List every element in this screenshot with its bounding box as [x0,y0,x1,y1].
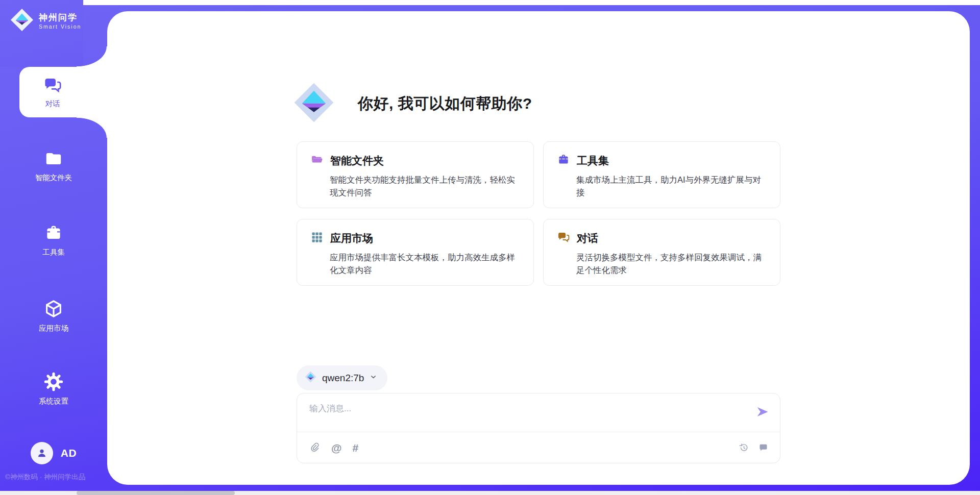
copyright-text: ©神州数码 · 神州问学出品 [5,473,85,482]
grid-icon [310,231,324,246]
user-initials: AD [61,447,77,459]
user-profile[interactable]: AD [0,442,107,464]
sidebar-item-label: 系统设置 [39,397,68,406]
sidebar-item-settings[interactable]: 系统设置 [0,372,107,406]
assistant-logo-icon [293,82,334,125]
sidebar-item-smart-folder[interactable]: 智能文件夹 [0,149,107,183]
paperclip-icon[interactable] [309,442,321,453]
chat-icon [557,231,570,246]
card-description: 灵活切换多模型文件，支持多样回复效果调试，满足个性化需求 [576,251,767,277]
briefcase-icon [557,153,570,168]
feature-cards: 智能文件夹 智能文件夹功能支持批量文件上传与清洗，轻松实现文件问答 工具集 集 [297,141,780,286]
card-title: 对话 [577,231,598,245]
card-description: 集成市场上主流工具，助力AI与外界无缝扩展与对接 [576,174,767,199]
card-chat[interactable]: 对话 灵活切换多模型文件，支持多样回复效果调试，满足个性化需求 [543,219,780,286]
folder-open-icon [310,153,324,168]
greeting-title: 你好, 我可以如何帮助你? [358,93,532,114]
mention-icon[interactable]: @ [331,442,341,453]
sidebar-item-app-market[interactable]: 应用市场 [0,299,107,333]
brand-logo-icon [10,8,34,34]
sidebar-item-label: 智能文件夹 [35,173,72,183]
feedback-bubble-icon[interactable] [758,442,769,453]
chat-icon [43,76,62,95]
card-app-market[interactable]: 应用市场 应用市场提供丰富长文本模板，助力高效生成多样化文章内容 [297,219,534,286]
message-input[interactable] [297,393,780,430]
sidebar-item-label: 工具集 [42,247,65,257]
scrollbar-thumb[interactable] [77,491,235,495]
brand-block: 神州问学 Smart Vision [0,0,83,67]
folder-icon [44,149,63,168]
sidebar-item-toolset[interactable]: 工具集 [0,224,107,257]
gear-icon [43,372,64,392]
card-toolset[interactable]: 工具集 集成市场上主流工具，助力AI与外界无缝扩展与对接 [543,141,780,208]
brand-subtitle: Smart Vision [39,23,81,30]
history-icon[interactable] [739,442,749,453]
message-composer: @ # [297,393,780,463]
card-title: 应用市场 [330,231,373,245]
card-description: 应用市场提供丰富长文本模板，助力高效生成多样化文章内容 [330,251,520,277]
card-title: 工具集 [577,154,609,168]
toolbox-icon [44,224,63,243]
brand-name: 神州问学 [39,12,81,23]
sidebar-item-label: 对话 [45,99,60,109]
sidebar-item-label: 应用市场 [39,324,68,333]
active-tab-curve-top [77,46,107,67]
chevron-down-icon [370,373,377,383]
send-icon[interactable] [755,405,770,419]
avatar [31,442,53,464]
hashtag-icon[interactable]: # [352,442,358,453]
model-selector[interactable]: qwen2:7b [297,365,387,390]
card-smart-folder[interactable]: 智能文件夹 智能文件夹功能支持批量文件上传与清洗，轻松实现文件问答 [297,141,534,208]
sidebar-item-chat[interactable]: 对话 [19,67,86,117]
model-name: qwen2:7b [322,373,364,384]
model-logo-icon [305,371,316,385]
content-column: 你好, 我可以如何帮助你? 智能文件夹 智能文件夹功能支持批量文件上传与清洗，轻… [297,11,780,485]
main-panel: 你好, 我可以如何帮助你? 智能文件夹 智能文件夹功能支持批量文件上传与清洗，轻… [107,11,970,485]
card-description: 智能文件夹功能支持批量文件上传与清洗，轻松实现文件问答 [330,174,520,199]
cube-icon [43,299,64,319]
greeting-block: 你好, 我可以如何帮助你? [293,82,532,125]
active-tab-curve-bottom [77,117,107,138]
horizontal-scrollbar [0,491,980,495]
card-title: 智能文件夹 [330,154,384,168]
